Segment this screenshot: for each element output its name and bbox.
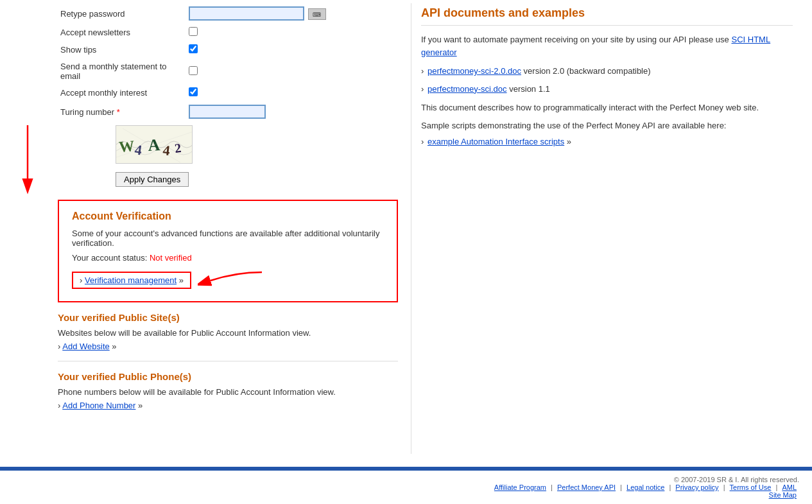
management-prefix: › — [80, 275, 82, 285]
accept-interest-row: Accept monthly interest — [58, 84, 436, 101]
api-panel: API documents and examples If you want t… — [411, 3, 802, 454]
status-value: Not verified — [150, 253, 192, 263]
verification-arrow — [198, 269, 268, 291]
public-phones-title: Your verified Public Phone(s) — [58, 371, 411, 382]
show-tips-checkbox[interactable] — [189, 44, 198, 53]
turing-label: Turing number * — [58, 101, 186, 122]
send-statement-row: Send a monthly statement to email — [58, 58, 436, 84]
settings-form: Retype password ⌨ Accept newsletters Sho… — [58, 3, 436, 122]
add-phone-line: › Add Phone Number » — [58, 401, 411, 410]
footer-links: © 2007-2019 SR & I. All rights reserved.… — [0, 471, 812, 504]
verification-management-wrapper: › Verification management » — [72, 269, 384, 291]
sci-doc-20-link[interactable]: perfectmoney-sci-2.0.doc — [428, 66, 521, 76]
api-example-item: example Automation Interface scripts » — [421, 135, 793, 148]
retype-password-label: Retype password — [58, 3, 186, 24]
sci-doc-11-link[interactable]: perfectmoney-sci.doc — [428, 84, 507, 94]
footer-privacy-link[interactable]: Privacy policy — [675, 483, 718, 491]
verification-link-box: › Verification management » — [72, 272, 191, 289]
verification-title: Account Verification — [72, 211, 384, 222]
api-intro: If you want to automate payment receivin… — [421, 33, 793, 58]
api-title: API documents and examples — [421, 6, 793, 26]
svg-text:A: A — [148, 135, 160, 155]
add-phone-prefix: › — [58, 401, 60, 410]
api-doc-item-1: perfectmoney-sci-2.0.doc version 2.0 (ba… — [421, 65, 793, 78]
public-phones-desc: Phone numbers below will be available fo… — [58, 387, 411, 397]
send-statement-label: Send a monthly statement to email — [58, 58, 186, 84]
api-description: This document describes how to programma… — [421, 101, 793, 114]
add-website-prefix: › — [58, 342, 60, 351]
turing-input[interactable] — [189, 105, 266, 119]
public-sites-title: Your verified Public Site(s) — [58, 312, 411, 323]
accept-newsletters-label: Accept newsletters — [58, 24, 186, 41]
accept-interest-checkbox[interactable] — [189, 87, 198, 96]
accept-newsletters-checkbox[interactable] — [189, 27, 198, 36]
api-sample-text: Sample scripts demonstrating the use of … — [421, 121, 793, 130]
footer-api-link[interactable]: Perfect Money API — [557, 483, 616, 491]
show-tips-label: Show tips — [58, 41, 186, 58]
add-website-line: › Add Website » — [58, 342, 411, 351]
turing-row: Turing number * — [58, 101, 436, 122]
management-suffix: » — [179, 275, 184, 285]
add-phone-link[interactable]: Add Phone Number — [62, 401, 135, 410]
retype-password-input[interactable] — [189, 6, 304, 21]
send-statement-checkbox[interactable] — [189, 66, 198, 75]
captcha-svg: W 4 A 4 2 — [116, 125, 192, 164]
show-tips-row: Show tips — [58, 41, 436, 58]
footer-terms-link[interactable]: Terms of Use — [730, 483, 772, 491]
public-phones-section: Your verified Public Phone(s) Phone numb… — [58, 371, 411, 410]
copyright: © 2007-2019 SR & I. All rights reserved. — [674, 476, 799, 483]
footer-sitemap-link[interactable]: Site Map — [769, 491, 797, 499]
footer-affiliate-link[interactable]: Affiliate Program — [494, 483, 546, 491]
required-marker: * — [117, 107, 120, 117]
account-status-line: Your account status: Not verified — [72, 253, 384, 263]
retype-password-row: Retype password ⌨ — [58, 3, 436, 24]
add-phone-suffix: » — [138, 401, 143, 410]
accept-newsletters-row: Accept newsletters — [58, 24, 436, 41]
account-verification-section: Account Verification Some of your accoun… — [58, 200, 398, 302]
apply-changes-button[interactable]: Apply Changes — [116, 172, 189, 187]
verification-management-link[interactable]: Verification management — [85, 275, 177, 285]
footer-aml-link[interactable]: AML — [782, 483, 797, 491]
add-website-link[interactable]: Add Website — [62, 342, 109, 351]
public-sites-desc: Websites below will be available for Pub… — [58, 328, 411, 338]
footer-legal-link[interactable]: Legal notice — [626, 483, 664, 491]
api-doc-item-2: perfectmoney-sci.doc version 1.1 — [421, 83, 793, 96]
add-website-suffix: » — [112, 342, 116, 351]
example-automation-link[interactable]: example Automation Interface scripts — [428, 137, 564, 146]
public-sites-section: Your verified Public Site(s) Websites be… — [58, 312, 411, 351]
status-label: Your account status: — [72, 253, 147, 263]
accept-interest-label: Accept monthly interest — [58, 84, 186, 101]
verification-description: Some of your account's advanced function… — [72, 229, 384, 248]
captcha-image: W 4 A 4 2 — [116, 125, 193, 164]
svg-text:W: W — [118, 137, 135, 155]
keyboard-icon[interactable]: ⌨ — [308, 8, 326, 20]
